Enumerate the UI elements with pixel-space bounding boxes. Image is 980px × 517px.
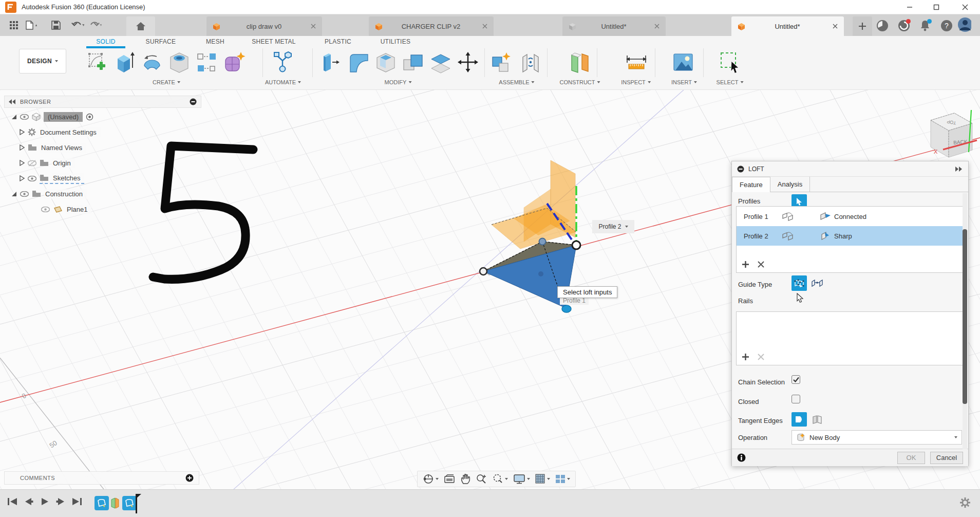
- help-icon[interactable]: ?: [939, 19, 953, 32]
- select-button[interactable]: [718, 49, 742, 75]
- tab-close-icon[interactable]: [482, 24, 487, 29]
- add-profile-icon[interactable]: [742, 261, 749, 268]
- grid-settings-tool[interactable]: [535, 474, 550, 484]
- step-forward-icon[interactable]: [56, 497, 65, 506]
- cancel-button[interactable]: Cancel: [930, 452, 963, 464]
- tree-item-label[interactable]: Document Settings: [39, 127, 101, 137]
- notifications-bell-icon[interactable]: [918, 19, 932, 32]
- app-grid-icon[interactable]: [6, 19, 22, 32]
- job-status-icon[interactable]: [897, 19, 911, 32]
- profile-row-2-selected[interactable]: Profile 2 Sharp: [737, 226, 965, 246]
- undo-icon[interactable]: [70, 19, 85, 32]
- continuity-connected-icon[interactable]: [820, 212, 831, 221]
- hole-button[interactable]: [167, 49, 191, 75]
- create-sketch-button[interactable]: [86, 49, 110, 75]
- combine-button[interactable]: [401, 49, 425, 75]
- offset-face-button[interactable]: [429, 49, 453, 75]
- ribbon-tab-plastic[interactable]: PLASTIC: [325, 38, 351, 45]
- close-window-button[interactable]: [953, 0, 977, 14]
- collapsed-arrow-icon[interactable]: [20, 160, 25, 166]
- panel-minimize-icon[interactable]: [190, 98, 197, 105]
- expanded-arrow-icon[interactable]: [11, 114, 17, 120]
- tree-item-label[interactable]: Construction: [44, 189, 87, 199]
- tangent-edges-merged-button[interactable]: [791, 412, 807, 427]
- collapsed-arrow-icon[interactable]: [20, 129, 25, 135]
- measure-button[interactable]: [625, 49, 648, 75]
- info-icon[interactable]: [737, 453, 746, 462]
- loft-dialog-header[interactable]: LOFT: [732, 161, 968, 177]
- takeoff-direction-icon[interactable]: [782, 231, 795, 241]
- operation-dropdown[interactable]: New Body: [791, 430, 962, 445]
- shell-button[interactable]: [374, 49, 398, 75]
- redo-icon[interactable]: [87, 19, 103, 32]
- pan-tool[interactable]: [460, 473, 470, 485]
- tab-close-icon[interactable]: [654, 24, 659, 29]
- tree-item-label[interactable]: Origin: [52, 158, 75, 168]
- guide-type-rails-button[interactable]: [791, 275, 807, 291]
- fit-tool[interactable]: [492, 473, 508, 485]
- tab-analysis[interactable]: Analysis: [770, 177, 810, 192]
- play-icon[interactable]: [40, 497, 49, 506]
- display-settings-tool[interactable]: [513, 474, 530, 484]
- doc-tab-untitled-1[interactable]: Untitled*: [562, 16, 666, 36]
- group-label-select[interactable]: SELECT: [717, 79, 744, 85]
- joint-button[interactable]: [519, 49, 542, 75]
- doc-tab-clip-draw-v0[interactable]: clip draw v0: [206, 16, 322, 36]
- ribbon-tab-mesh[interactable]: MESH: [206, 38, 224, 45]
- doc-tab-untitled-2-active[interactable]: Untitled*: [731, 16, 844, 36]
- profile2-dropdown-chip[interactable]: Profile 2: [592, 220, 634, 233]
- dialog-scrollbar-thumb[interactable]: [963, 229, 967, 404]
- browser-row-sketches[interactable]: Sketches: [4, 172, 201, 185]
- group-label-construct[interactable]: CONSTRUCT: [559, 79, 600, 85]
- tab-close-icon[interactable]: [311, 24, 316, 29]
- tree-item-label[interactable]: Sketches: [52, 173, 84, 183]
- ribbon-tab-surface[interactable]: SURFACE: [146, 38, 176, 45]
- workspace-switcher-design[interactable]: DESIGN: [19, 49, 66, 73]
- user-avatar[interactable]: [957, 17, 971, 31]
- revolve-button[interactable]: [140, 49, 164, 75]
- file-menu-icon[interactable]: [24, 19, 39, 32]
- construct-plane-button[interactable]: [568, 49, 591, 75]
- comments-bar[interactable]: COMMENTS: [4, 471, 199, 485]
- go-to-start-icon[interactable]: [7, 497, 17, 506]
- closed-checkbox[interactable]: [791, 395, 800, 403]
- visibility-eye-icon[interactable]: [41, 207, 50, 212]
- view-cube[interactable]: TOP BACK X: [931, 110, 977, 157]
- group-label-inspect[interactable]: INSPECT: [621, 79, 651, 85]
- browser-row-root[interactable]: (Unsaved): [4, 110, 201, 123]
- timeline-settings-gear-icon[interactable]: [959, 497, 971, 508]
- collapsed-arrow-icon[interactable]: [20, 144, 25, 151]
- collapsed-arrow-icon[interactable]: [20, 175, 25, 181]
- root-component-label[interactable]: (Unsaved): [44, 112, 83, 122]
- continuity-sharp-icon[interactable]: [820, 231, 830, 241]
- extrude-button[interactable]: [112, 49, 136, 75]
- move-copy-button[interactable]: [456, 49, 480, 75]
- group-label-modify[interactable]: MODIFY: [385, 79, 412, 85]
- group-label-assemble[interactable]: ASSEMBLE: [499, 79, 534, 85]
- minimize-button[interactable]: [898, 0, 921, 14]
- group-label-insert[interactable]: INSERT: [671, 79, 697, 85]
- new-component-button[interactable]: [490, 49, 514, 75]
- step-back-icon[interactable]: [24, 497, 33, 506]
- dialog-minimize-icon[interactable]: [737, 165, 744, 173]
- add-rail-icon[interactable]: [742, 353, 749, 361]
- tab-close-icon[interactable]: [833, 24, 838, 29]
- press-pull-button[interactable]: [317, 49, 341, 75]
- home-tab[interactable]: [126, 16, 155, 36]
- tree-item-label[interactable]: Plane1: [66, 205, 91, 214]
- group-label-create[interactable]: CREATE: [153, 79, 180, 85]
- sketch-planes[interactable]: [492, 160, 576, 249]
- ribbon-tab-utilities[interactable]: UTILITIES: [381, 38, 411, 45]
- browser-row-origin[interactable]: Origin: [4, 156, 201, 170]
- takeoff-direction-icon[interactable]: [782, 211, 795, 221]
- remove-profile-icon[interactable]: [758, 261, 764, 268]
- activate-radio-icon[interactable]: [86, 113, 93, 121]
- browser-row-construction[interactable]: Construction: [4, 187, 201, 200]
- remove-rail-icon[interactable]: [758, 354, 764, 360]
- group-label-automate[interactable]: AUTOMATE: [265, 79, 301, 85]
- ribbon-tab-sheet-metal[interactable]: SHEET METAL: [252, 38, 296, 45]
- look-at-tool[interactable]: [444, 474, 455, 484]
- insert-canvas-button[interactable]: [671, 49, 695, 75]
- automate-button[interactable]: [271, 49, 294, 75]
- orbit-tool[interactable]: [423, 473, 439, 485]
